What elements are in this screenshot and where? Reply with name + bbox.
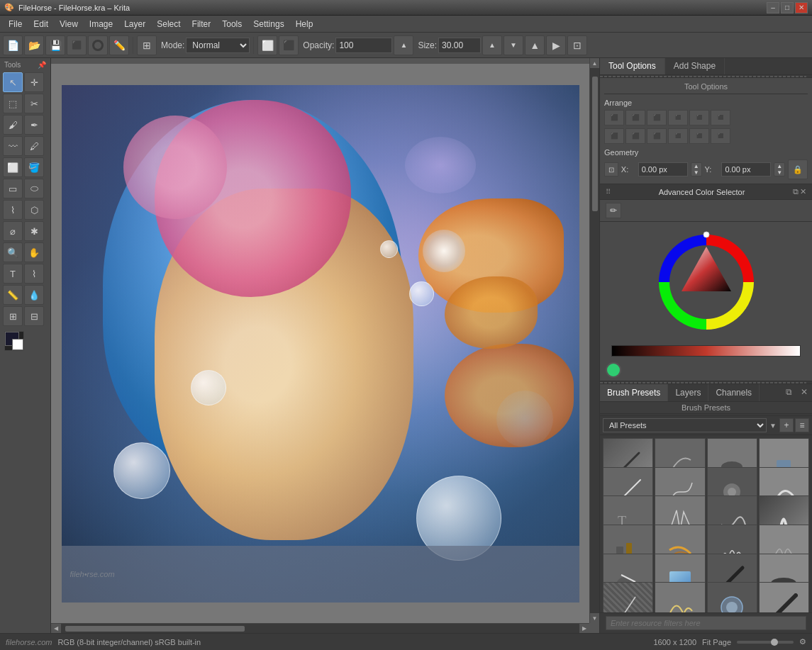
brush-item-23[interactable]: [707, 582, 757, 612]
brush-panel-close[interactable]: ✕: [796, 384, 812, 401]
brush-item-22[interactable]: [655, 582, 705, 612]
close-button[interactable]: ✕: [795, 2, 808, 13]
opacity-up[interactable]: ▲: [394, 35, 413, 55]
tool-path[interactable]: ⌇: [24, 264, 44, 284]
zoom-slider[interactable]: [737, 641, 794, 644]
opacity-input[interactable]: [335, 38, 392, 53]
color-tool-icon[interactable]: ✏: [606, 203, 621, 218]
fg-color[interactable]: [4, 331, 24, 351]
minimize-button[interactable]: –: [767, 2, 779, 13]
tool-warp[interactable]: ⌀: [3, 221, 23, 241]
brush-preview[interactable]: [88, 35, 108, 55]
color-wheel-area[interactable]: [600, 222, 812, 342]
grid-button[interactable]: ⊞: [137, 35, 157, 55]
tool-crop[interactable]: ✂: [24, 94, 44, 113]
brush-panel-float[interactable]: ⧉: [782, 384, 796, 401]
tab-channels[interactable]: Channels: [708, 384, 760, 401]
brush-item-24[interactable]: [759, 582, 809, 612]
scroll-up-arrow[interactable]: ▲: [590, 58, 600, 68]
brush-item-21[interactable]: [603, 582, 653, 612]
color-selector-drag[interactable]: ⠿: [606, 188, 611, 196]
tab-tool-options[interactable]: Tool Options: [600, 58, 665, 74]
canvas-area[interactable]: fileh•rse.com ▲ ▼ ◀ ▶: [51, 58, 599, 633]
tool-pen[interactable]: ✒: [24, 115, 44, 135]
color-wheel-svg[interactable]: [653, 229, 760, 335]
maximize-button[interactable]: □: [781, 2, 794, 13]
arrange-top2[interactable]: ⬛: [668, 128, 688, 144]
tool-icon[interactable]: ✏️: [109, 35, 129, 55]
settings-icon[interactable]: ⚙: [799, 637, 806, 646]
scroll-left-arrow[interactable]: ◀: [51, 624, 61, 634]
tool-select-poly[interactable]: ⬡: [24, 200, 44, 220]
menu-view[interactable]: View: [54, 18, 84, 30]
color-selector-float[interactable]: ⧉: [793, 187, 799, 196]
size-down[interactable]: ▼: [504, 35, 523, 55]
arrange-right[interactable]: ⬛: [647, 110, 667, 125]
menu-edit[interactable]: Edit: [28, 18, 54, 30]
brush-menu-button[interactable]: ≡: [795, 418, 809, 432]
toolbox-pin-icon[interactable]: 📌: [38, 61, 46, 69]
vertical-scrollbar[interactable]: ▲ ▼: [589, 58, 599, 623]
lock-button[interactable]: 🔒: [788, 159, 808, 179]
menu-help[interactable]: Help: [290, 18, 319, 30]
menu-settings[interactable]: Settings: [248, 18, 289, 30]
tool-move[interactable]: ✛: [24, 72, 44, 92]
x-spin[interactable]: ▲▼: [691, 162, 702, 176]
arrange-left[interactable]: ⬛: [604, 110, 624, 125]
tool-brush[interactable]: 🖊: [24, 136, 44, 156]
options-button[interactable]: ⊡: [567, 35, 587, 55]
brush-search-input[interactable]: [606, 616, 806, 630]
tab-add-shape[interactable]: Add Shape: [665, 58, 725, 74]
tool-freehand[interactable]: 〰: [3, 136, 23, 156]
tool-gradient[interactable]: 🖌: [3, 115, 23, 135]
menu-select[interactable]: Select: [151, 18, 186, 30]
tool-text[interactable]: T: [3, 264, 23, 284]
menu-filter[interactable]: Filter: [187, 18, 217, 30]
open-button[interactable]: 📂: [24, 35, 44, 55]
y-input[interactable]: [721, 162, 771, 176]
eraser-button[interactable]: ⬜: [257, 35, 277, 55]
scroll-down-arrow[interactable]: ▼: [590, 613, 600, 623]
clone-button[interactable]: ⬛: [279, 35, 299, 55]
y-spin[interactable]: ▲▼: [774, 162, 785, 176]
tool-cursor[interactable]: ↖: [3, 72, 23, 92]
tool-measure[interactable]: 📏: [3, 285, 23, 305]
brush-filter-select[interactable]: All Presets: [603, 418, 767, 432]
scroll-right-arrow[interactable]: ▶: [579, 624, 589, 634]
menu-image[interactable]: Image: [84, 18, 118, 30]
tool-select-ellipse[interactable]: ⬭: [24, 179, 44, 198]
print-button[interactable]: ⬛: [67, 35, 87, 55]
tool-eraser[interactable]: ⬜: [3, 157, 23, 177]
horizontal-scrollbar[interactable]: ◀ ▶: [51, 623, 589, 633]
arrange-center-v2[interactable]: ⬛: [689, 128, 709, 144]
arrange-right2[interactable]: ⬛: [711, 110, 730, 125]
tool-fill[interactable]: 🪣: [24, 157, 44, 177]
tool-guides[interactable]: ⊟: [24, 306, 44, 326]
new-button[interactable]: 📄: [3, 35, 23, 55]
menu-tools[interactable]: Tools: [216, 18, 248, 30]
tool-smart-patch[interactable]: ✱: [24, 221, 44, 241]
mode-select[interactable]: Normal Multiply Screen: [186, 38, 250, 53]
size-input[interactable]: [438, 38, 481, 53]
tool-select-rect[interactable]: ▭: [3, 179, 23, 198]
tool-pan[interactable]: ✋: [24, 242, 44, 262]
color-gradient-bar[interactable]: [611, 345, 801, 357]
menu-file[interactable]: File: [3, 18, 28, 30]
menu-layer[interactable]: Layer: [118, 18, 151, 30]
tab-layers[interactable]: Layers: [668, 384, 708, 401]
tool-grid-tool[interactable]: ⊞: [3, 306, 23, 326]
flow-button[interactable]: ▶: [546, 35, 566, 55]
size-up[interactable]: ▲: [482, 35, 502, 55]
tool-zoom[interactable]: 🔍: [3, 242, 23, 262]
color-selector-close[interactable]: ✕: [800, 187, 806, 196]
save-button[interactable]: 💾: [45, 35, 65, 55]
tool-select-lasso[interactable]: ⌇: [3, 200, 23, 220]
x-input[interactable]: [638, 162, 688, 176]
arrange-center-h2[interactable]: ⬛: [689, 110, 709, 125]
filter-dropdown-arrow[interactable]: ▼: [768, 422, 778, 430]
pressure-button[interactable]: ▲: [525, 35, 545, 55]
arrange-bottom2[interactable]: ⬛: [711, 128, 730, 144]
arrange-center-v[interactable]: ⬛: [625, 128, 645, 144]
tool-colorpicker[interactable]: 💧: [24, 285, 44, 305]
arrange-top[interactable]: ⬛: [604, 128, 624, 144]
